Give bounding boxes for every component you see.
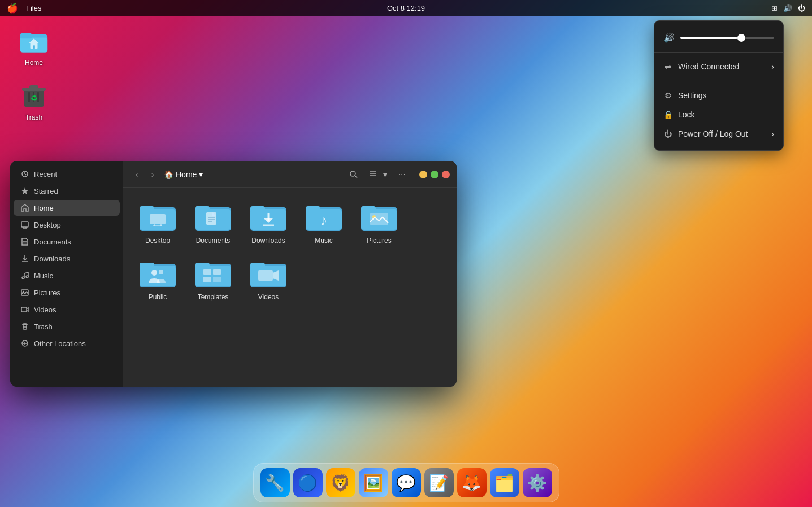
folder-pictures[interactable]: Pictures [354,197,405,249]
breadcrumb-dropdown[interactable]: ▾ [199,170,203,179]
svg-rect-8 [29,85,38,89]
documents-sidebar-icon [20,237,29,246]
dock-app-finder[interactable]: 🗂️ [490,468,519,497]
volume-control: 🔊 [654,28,783,47]
lock-menu-item[interactable]: 🔒 Lock [654,105,783,124]
home-icon-label: Home [25,59,43,67]
dock-app-zoom[interactable]: 💬 [392,468,421,497]
starred-icon [20,186,29,195]
wired-connected-label: Wired Connected [678,62,739,71]
list-view-button[interactable] [366,167,380,182]
folder-documents[interactable]: Documents [188,197,238,249]
videos-sidebar-icon [20,305,29,314]
system-settings-icon: ⚙️ [527,474,547,492]
volume-icon[interactable]: 🔊 [783,4,792,12]
close-button[interactable] [442,171,450,178]
claw-icon: 🦁 [331,474,350,492]
sidebar-documents-label: Documents [34,238,71,246]
folder-templates[interactable]: Templates [188,253,238,305]
svg-rect-5 [33,45,35,49]
desktop-sidebar-icon [20,220,29,229]
sidebar-item-starred[interactable]: Starred [14,183,120,199]
sidebar: Recent Starred Home [10,161,123,387]
svg-rect-89 [258,270,273,281]
maximize-button[interactable] [431,171,438,178]
svg-point-78 [159,270,163,274]
dock-app-simulator[interactable]: 🔧 [260,468,290,497]
sidebar-item-videos[interactable]: Videos [14,301,120,317]
folder-music[interactable]: ♪ Music [298,197,349,249]
apple-logo-icon[interactable]: 🍎 [7,3,18,14]
sidebar-item-pictures[interactable]: Pictures [14,285,120,300]
sidebar-item-desktop[interactable]: Desktop [14,217,120,233]
desktop-home-icon[interactable]: Home [11,21,57,70]
dock-app-system-settings[interactable]: ⚙️ [523,468,552,497]
sidebar-item-recent[interactable]: Recent [14,166,120,182]
more-options-button[interactable]: ··· [394,167,410,182]
recent-icon [20,169,29,178]
dock-app-memo[interactable]: 📝 [424,468,454,497]
downloads-sidebar-icon [20,254,29,263]
volume-slider-thumb[interactable] [737,34,745,42]
sidebar-item-music[interactable]: Music [14,268,120,283]
simulator-icon: 🔧 [265,474,285,492]
folder-icon-desktop [140,202,176,233]
network-icon[interactable]: ⊞ [771,4,778,12]
preview-icon: 🖼️ [363,474,383,492]
toolbar: ‹ › 🏠 Home ▾ [123,161,457,188]
sidebar-item-home[interactable]: Home [14,200,120,216]
file-manager-window: Recent Starred Home [10,161,457,387]
power-menu-item[interactable]: ⏻ Power Off / Log Out › [654,124,783,143]
volume-slider-fill [680,37,741,39]
folder-videos[interactable]: Videos [243,253,294,305]
folder-icon-templates [195,258,231,290]
window-controls [419,171,450,178]
forward-button[interactable]: › [146,168,159,181]
menubar-datetime: Oct 8 12:19 [387,4,425,12]
system-menu-popup: 🔊 ⇌ Wired Connected › ⚙ Settings 🔒 Lock … [654,20,784,151]
sidebar-downloads-label: Downloads [34,255,70,263]
dock-app-firefox[interactable]: 🦊 [457,468,487,497]
power-menu-icon: ⏻ [663,129,672,138]
desktop-trash-icon[interactable]: ♻ Trash [11,76,57,125]
power-chevron: › [771,129,774,138]
power-menu-label: Power Off / Log Out [678,129,748,138]
svg-rect-82 [203,269,211,275]
svg-rect-2 [20,33,32,38]
sidebar-item-documents[interactable]: Documents [14,234,120,250]
wired-connected-item[interactable]: ⇌ Wired Connected › [654,57,783,76]
sidebar-music-label: Music [34,272,53,280]
folder-downloads[interactable]: Downloads [243,197,294,249]
dock-app-preview[interactable]: 🖼️ [359,468,388,497]
menubar-app-name: Files [26,4,41,12]
volume-slider-track[interactable] [680,37,774,39]
sidebar-item-downloads[interactable]: Downloads [14,251,120,266]
folder-desktop-label: Desktop [145,237,170,244]
lock-menu-icon: 🔒 [663,110,672,119]
file-grid: Desktop Docum [123,188,457,314]
search-button[interactable] [346,167,362,182]
sidebar-item-other-locations[interactable]: Other Locations [14,335,120,351]
folder-templates-label: Templates [198,293,229,301]
settings-menu-item[interactable]: ⚙ Settings [654,86,783,105]
home-sidebar-icon [20,203,29,212]
folder-desktop[interactable]: Desktop [132,197,183,249]
sidebar-item-trash[interactable]: Trash [14,318,120,334]
svg-point-77 [151,270,157,276]
svg-rect-55 [206,212,216,225]
power-icon[interactable]: ⏻ [798,4,805,12]
view-dropdown-button[interactable]: ▾ [381,168,389,181]
dock-app-pasteur[interactable]: 🔵 [293,468,323,497]
dock-app-claw[interactable]: 🦁 [326,468,355,497]
folder-public[interactable]: Public [132,253,183,305]
folder-icon-videos [250,258,286,290]
minimize-button[interactable] [419,171,427,178]
back-button[interactable]: ‹ [130,168,144,181]
power-item-left: ⏻ Power Off / Log Out [663,129,748,138]
folder-icon-downloads [250,202,286,233]
zoom-icon: 💬 [396,474,416,492]
network-menu-icon: ⇌ [663,62,672,71]
nav-buttons: ‹ › [130,168,159,181]
menu-divider-1 [654,52,783,53]
breadcrumb: 🏠 Home ▾ [164,170,203,179]
